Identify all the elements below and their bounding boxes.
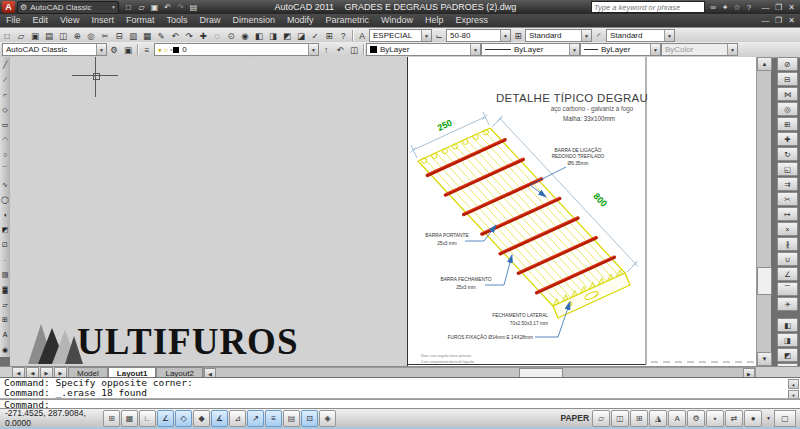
copy-clip-icon[interactable]: ⊟ — [112, 29, 126, 42]
sync-icon[interactable]: ⇄ — [725, 410, 743, 427]
scroll-up-icon[interactable]: ▲ — [757, 57, 772, 71]
properties-icon[interactable]: ◧ — [252, 29, 266, 42]
layer-previous-icon[interactable]: ↶ — [333, 43, 347, 56]
menu-item[interactable]: File — [0, 14, 27, 27]
doc-restore-button[interactable]: ❐ — [772, 15, 785, 26]
chevron-down-icon[interactable]: ▼ — [421, 30, 431, 41]
chevron-down-icon[interactable]: ▼ — [470, 44, 480, 55]
save-icon[interactable]: ▣ — [148, 1, 161, 13]
tpy-toggle[interactable]: ▤ — [283, 410, 300, 427]
favorites-icon[interactable]: ☆ — [731, 3, 743, 12]
status-menu-chevron-icon[interactable]: ▼ — [766, 415, 771, 421]
quick-view-layouts-icon[interactable]: ◫ — [611, 410, 629, 427]
break-icon[interactable]: ∦ — [777, 237, 798, 251]
quick-view-drawings-icon[interactable]: ⊞ — [630, 410, 648, 427]
chamfer-icon[interactable]: ∠ — [777, 267, 798, 281]
undo-icon[interactable]: ↶ — [168, 29, 182, 42]
region-icon[interactable]: ▱ — [0, 297, 10, 312]
color-combo[interactable]: ByLayer▼ — [366, 43, 481, 56]
redo-icon[interactable]: ↷ — [174, 1, 187, 13]
workspaces-combo[interactable]: AutoCAD Classic▼ — [2, 43, 107, 56]
annotation-scale-icon[interactable]: ◮ — [649, 410, 667, 427]
gradient-icon[interactable]: ▓ — [0, 282, 10, 297]
scroll-up-icon[interactable]: ▲ — [788, 379, 799, 389]
otrack-toggle[interactable]: ∡ — [211, 410, 228, 427]
chevron-down-icon[interactable]: ▼ — [96, 44, 106, 55]
construction-line-icon[interactable]: ∕ — [0, 72, 10, 87]
new-icon[interactable]: □ — [0, 29, 14, 42]
menu-item[interactable]: Window — [375, 14, 419, 27]
menu-item[interactable]: Format — [120, 14, 161, 27]
hardware-accel-icon[interactable]: ● — [744, 410, 762, 427]
plot-preview-icon[interactable]: ◫ — [56, 29, 70, 42]
drawing-canvas[interactable]: ULTIFUROS — [10, 57, 756, 366]
doc-close-button[interactable]: ✕ — [785, 15, 798, 26]
layer-combo[interactable]: ● ☼ ▪ 0 ▼ — [154, 43, 319, 56]
offset-icon[interactable]: ◎ — [777, 102, 798, 116]
dyn-toggle[interactable]: ↗ — [247, 410, 264, 427]
chevron-down-icon[interactable]: ▼ — [308, 44, 318, 55]
command-line-window[interactable]: Command: Specify opposite corner:Command… — [0, 377, 800, 409]
polygon-icon[interactable]: ◇ — [0, 102, 10, 117]
arc-icon[interactable]: ◠ — [0, 132, 10, 147]
multiline-text-icon[interactable]: A — [0, 327, 10, 342]
vertical-scrollbar[interactable]: ▲ ▼ — [756, 57, 771, 366]
layer-states-icon[interactable]: ◫ — [347, 43, 361, 56]
chevron-down-icon[interactable]: ▼ — [664, 30, 674, 41]
undo-icon[interactable]: ↶ — [161, 1, 174, 13]
scale-icon[interactable]: ◱ — [777, 162, 798, 176]
minimize-button[interactable]: — — [759, 2, 772, 13]
workspace-lock-icon[interactable]: ▪ — [706, 410, 724, 427]
restore-button[interactable]: ❐ — [772, 2, 785, 13]
rectangle-icon[interactable]: ▭ — [0, 117, 10, 132]
menu-item[interactable]: Tools — [160, 14, 193, 27]
redo-icon[interactable]: ↷ — [182, 29, 196, 42]
menu-item[interactable]: View — [54, 14, 85, 27]
copy-icon[interactable]: ⊟ — [777, 72, 798, 86]
point-icon[interactable]: ∙ — [0, 252, 10, 267]
move-icon[interactable]: ✚ — [777, 132, 798, 146]
save-workspace-icon[interactable]: ▣ — [121, 43, 135, 56]
autoscale-icon[interactable]: ⚙ — [687, 410, 705, 427]
chevron-down-icon[interactable]: ▼ — [581, 30, 591, 41]
stretch-icon[interactable]: ⇉ — [777, 177, 798, 191]
info-center-search[interactable] — [591, 1, 705, 13]
new-icon[interactable]: □ — [122, 1, 135, 13]
chevron-down-icon[interactable]: ▼ — [569, 44, 579, 55]
lwt-toggle[interactable]: ≡ — [265, 410, 282, 427]
lineweight-combo[interactable]: ByLayer▼ — [580, 43, 661, 56]
sheet-set-manager-icon[interactable]: ◪ — [294, 29, 308, 42]
menu-item[interactable]: Modify — [281, 14, 320, 27]
text-style-combo[interactable]: ESPECIAL▼ — [369, 29, 432, 42]
fillet-icon[interactable]: ⌒ — [777, 282, 798, 296]
open-icon[interactable]: ▱ — [135, 1, 148, 13]
hatch-icon[interactable]: ▨ — [0, 267, 10, 282]
zoom-window-icon[interactable]: ⊙ — [224, 29, 238, 42]
zoom-previous-icon[interactable]: ◉ — [238, 29, 252, 42]
zoom-realtime-icon[interactable]: ◌ — [210, 29, 224, 42]
paper-model-indicator[interactable]: PAPER — [560, 413, 589, 423]
osnap3d-toggle[interactable]: ◆ — [193, 410, 210, 427]
menu-item[interactable]: Help — [419, 14, 450, 27]
ortho-toggle[interactable]: ∟ — [139, 410, 156, 427]
grid-toggle[interactable]: ▦ — [121, 410, 138, 427]
pan-icon[interactable]: ✚ — [196, 29, 210, 42]
chevron-down-icon[interactable]: ▼ — [500, 30, 510, 41]
trim-icon[interactable]: ✂ — [777, 192, 798, 206]
plot-icon[interactable]: ▤ — [42, 29, 56, 42]
polar-toggle[interactable]: ∠ — [157, 410, 174, 427]
menu-item[interactable]: Draw — [193, 14, 226, 27]
menu-item[interactable]: Parametric — [320, 14, 376, 27]
search-binoculars-icon[interactable]: ∞ — [707, 3, 719, 12]
extend-icon[interactable]: ↦ — [777, 207, 798, 221]
table-style-combo[interactable]: Standard▼ — [525, 29, 592, 42]
workspace-settings-icon[interactable]: ⚙ — [107, 43, 121, 56]
help-icon[interactable]: ? — [743, 3, 755, 12]
tool-palettes-icon[interactable]: ◩ — [280, 29, 294, 42]
search-input[interactable] — [592, 3, 704, 12]
autocad-menu-browser-icon[interactable]: A — [2, 1, 15, 13]
explode-icon[interactable]: ☀ — [777, 297, 798, 311]
polyline-icon[interactable]: ⌐ — [0, 87, 10, 102]
line-icon[interactable]: ╱ — [0, 57, 10, 72]
export-dwf-icon[interactable]: ◎ — [84, 29, 98, 42]
